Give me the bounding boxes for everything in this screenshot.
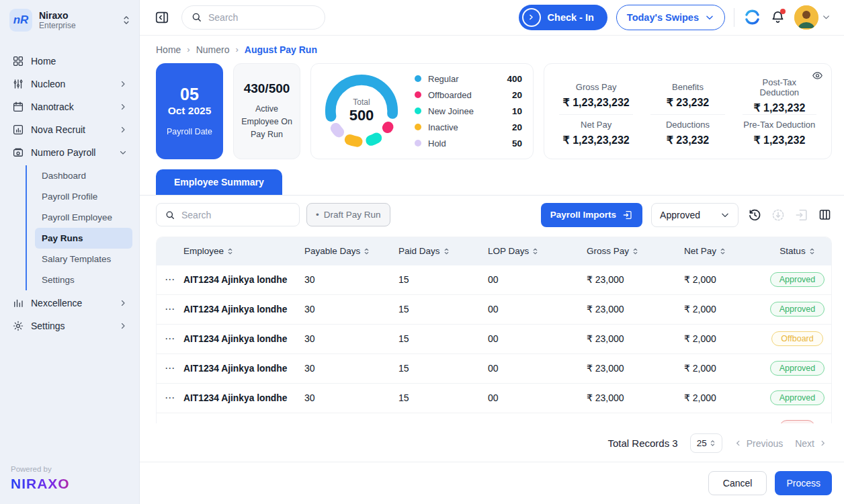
chart-frame-icon [12, 124, 24, 136]
payroll-imports-button[interactable]: Payroll Imports [541, 203, 642, 227]
chevron-down-icon [822, 13, 831, 22]
sort-icon [809, 247, 815, 255]
stat-deductions: Deductions ₹ 23,232 [650, 115, 724, 152]
sidebar-item-nexcellence[interactable]: Nexcellence [7, 292, 132, 314]
footer-actions: Cancel Process [140, 462, 844, 504]
avatar [794, 5, 818, 30]
row-actions-menu[interactable]: ⋯ [157, 333, 183, 345]
col-lop-days[interactable]: LOP Days [488, 246, 587, 256]
pagination: Total Records 3 25 Previous Next [140, 423, 844, 462]
user-menu[interactable] [794, 5, 831, 30]
table-row[interactable]: ⋯ AIT1234 Ajinkya londhe 30 15 00 ₹ 23,0… [157, 354, 831, 384]
table-search-input[interactable]: Search [156, 203, 300, 226]
refresh-icon[interactable] [743, 8, 761, 26]
cell-employee: AIT1234 Ajinkya londhe [183, 334, 304, 344]
payroll-day: 05 [180, 85, 199, 104]
updown-chevron-icon[interactable] [122, 15, 131, 26]
row-actions-menu[interactable]: ⋯ [157, 303, 183, 315]
table-row[interactable]: ⋯ AIT1234 Ajinkya londhe 30 15 00 ₹ 23,0… [157, 295, 831, 325]
submenu-item-salary-templates[interactable]: Salary Templates [35, 249, 132, 269]
stat-value: ₹ 23,232 [667, 96, 710, 109]
legend-value: 20 [512, 90, 522, 100]
stat-label: Gross Pay [576, 82, 617, 92]
submenu-item-pay-runs[interactable]: Pay Runs [35, 228, 132, 249]
global-search-input[interactable]: Search [181, 5, 325, 30]
cell-paid-days: 15 [398, 304, 488, 314]
main-area: Search Check - In Today's Swipes [140, 0, 844, 504]
legend-item-regular: Regular 400 [415, 74, 522, 84]
cell-paid-days: 15 [398, 392, 488, 403]
breadcrumb-home[interactable]: Home [156, 44, 181, 55]
history-icon[interactable] [747, 208, 762, 222]
stat-value: ₹ 1,23,232 [753, 134, 805, 146]
cell-net-pay: ₹ 2,000 [684, 274, 763, 285]
payroll-card-icon [12, 146, 24, 159]
legend-item-inactive: Inactive 20 [415, 122, 522, 132]
table-row[interactable]: ⋯ AIT1234 Ajinkya londhe 30 15 00 ₹ 23,0… [157, 265, 831, 295]
pay-stats-card: Gross Pay ₹ 1,23,23,232 Benefits ₹ 23,23… [544, 63, 832, 159]
col-net-pay[interactable]: Net Pay [684, 246, 763, 256]
notifications-bell-icon[interactable] [770, 9, 786, 25]
submenu-item-payroll-profile[interactable]: Payroll Profile [35, 186, 132, 207]
status-filter-select[interactable]: Approved [651, 203, 738, 227]
sidebar-item-home[interactable]: Home [7, 50, 132, 73]
eye-icon[interactable] [812, 70, 823, 81]
row-actions-menu[interactable]: ⋯ [157, 362, 183, 374]
cell-paid-days: 15 [398, 333, 488, 344]
payroll-date-card[interactable]: 05 Oct 2025 Payroll Date [156, 63, 223, 159]
table-row[interactable]: ⋯ AIT1234 Ajinkya londhe 30 15 00 ₹ 23,0… [157, 325, 831, 354]
stat-post-tax-deduction: Post-Tax Deduction ₹ 1,23,232 [743, 77, 816, 115]
tab-employee-summary[interactable]: Employee Summary [156, 169, 282, 195]
row-actions-menu[interactable]: ⋯ [157, 392, 183, 404]
sidebar-nav: Home Nucleon Nanotrack Nova Recruit Nume… [0, 40, 139, 337]
breadcrumb-current: August Pay Run [245, 44, 317, 55]
table-row[interactable]: ⋯ AIT1234 Ajinkya londhe 30 15 00 ₹ 23,0… [157, 384, 831, 413]
sidebar-item-nucleon[interactable]: Nucleon [7, 73, 132, 95]
table-row[interactable]: ⋯ AIT1234 Ajinkya londhe 15 15 00 ₹ 23,0… [157, 413, 831, 423]
col-employee[interactable]: Employee [183, 246, 304, 256]
cell-employee: AIT1234 Ajinkya londhe [183, 275, 304, 285]
search-icon [165, 210, 175, 220]
sidebar-item-label: Nexcellence [31, 298, 82, 308]
cell-gross-pay: ₹ 23,000 [587, 392, 684, 403]
todays-swipes-button[interactable]: Today's Swipes [616, 5, 725, 30]
import-file-icon [622, 210, 633, 220]
submenu-item-dashboard[interactable]: Dashboard [35, 165, 132, 186]
submenu-item-payroll-employee[interactable]: Payroll Employee [35, 207, 132, 228]
check-in-button[interactable]: Check - In [519, 5, 607, 30]
breadcrumb-numero[interactable]: Numero [196, 44, 230, 55]
chevron-right-icon [119, 103, 127, 111]
brand-name: Niraxo [39, 10, 76, 21]
legend-value: 10 [512, 106, 522, 116]
sidebar-item-nanotrack[interactable]: Nanotrack [7, 95, 132, 118]
cell-net-pay: ₹ 2,000 [684, 333, 763, 344]
draft-dot: • [316, 210, 319, 220]
sidebar-item-nova-recruit[interactable]: Nova Recruit [7, 118, 132, 141]
brand-tier: Enterprise [39, 21, 76, 30]
row-actions-menu[interactable]: ⋯ [157, 274, 183, 286]
legend-dot [415, 124, 421, 130]
col-paid-days[interactable]: Paid Days [398, 246, 488, 256]
panel-collapse-icon [155, 10, 169, 25]
next-page-button[interactable]: Next [795, 438, 827, 449]
process-button[interactable]: Process [775, 471, 832, 495]
sidebar-collapse-button[interactable] [152, 7, 172, 28]
columns-icon[interactable] [818, 208, 832, 222]
sidebar-item-numero-payroll[interactable]: Numero Payroll [7, 141, 132, 164]
page-size-select[interactable]: 25 [690, 433, 722, 453]
stat-label: Benefits [672, 82, 704, 92]
workspace-switcher[interactable]: nR Niraxo Enterprise [0, 0, 139, 40]
stat-value: ₹ 1,23,23,232 [563, 96, 630, 109]
sidebar-item-settings[interactable]: Settings [7, 314, 132, 337]
payroll-imports-label: Payroll Imports [550, 210, 616, 220]
stat-value: ₹ 1,23,232 [753, 101, 805, 114]
col-status[interactable]: Status [763, 246, 831, 256]
draft-pay-run-chip: • Draft Pay Run [306, 203, 390, 226]
col-payable-days[interactable]: Payable Days [304, 246, 398, 256]
submenu-item-settings[interactable]: Settings [35, 269, 132, 290]
todays-swipes-label: Today's Swipes [627, 12, 699, 23]
cancel-button[interactable]: Cancel [708, 471, 767, 495]
previous-page-button[interactable]: Previous [734, 438, 783, 449]
col-gross-pay[interactable]: Gross Pay [587, 246, 684, 256]
cell-lop-days: 00 [488, 363, 587, 374]
